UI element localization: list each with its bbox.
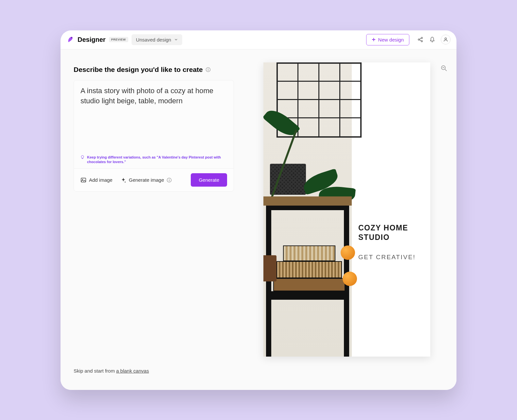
new-design-button[interactable]: New design: [366, 34, 409, 45]
image-icon: [80, 177, 86, 183]
sparkle-icon: [120, 177, 126, 183]
svg-rect-12: [169, 180, 169, 181]
svg-point-11: [169, 179, 169, 179]
document-name-dropdown[interactable]: Unsaved design: [132, 34, 183, 45]
bell-icon[interactable]: [429, 36, 436, 43]
prompt-textarea[interactable]: A insta story with photo of a cozy at ho…: [74, 80, 234, 152]
app-window: Designer PREVIEW Unsaved design New desi…: [61, 30, 456, 390]
preview-pane: COZY HOME STUDIO GET CREATIVE!: [244, 59, 456, 390]
section-heading: Describe the design you'd like to create: [74, 66, 234, 74]
generate-image-label: Generate image: [129, 177, 164, 183]
svg-point-0: [71, 37, 72, 38]
svg-rect-7: [208, 69, 208, 71]
generate-button[interactable]: Generate: [191, 173, 227, 187]
generate-image-button[interactable]: Generate image: [120, 177, 172, 183]
skip-prefix: Skip and start from: [74, 368, 116, 374]
header-icon-group: [417, 35, 451, 44]
share-icon[interactable]: [417, 36, 424, 43]
svg-point-4: [445, 38, 446, 40]
header-bar: Designer PREVIEW Unsaved design New desi…: [61, 30, 456, 49]
section-heading-text: Describe the design you'd like to create: [74, 66, 203, 74]
app-title: Designer: [78, 36, 106, 43]
canvas-photo: [263, 62, 352, 357]
main-area: Describe the design you'd like to create…: [61, 49, 456, 390]
hint-text: Keep trying different variations, such a…: [87, 155, 227, 165]
add-image-label: Add image: [89, 177, 113, 183]
svg-rect-8: [81, 178, 86, 182]
chevron-down-icon: [174, 38, 178, 41]
prompt-card: A insta story with photo of a cozy at ho…: [74, 80, 234, 192]
new-design-label: New design: [378, 37, 404, 42]
prompt-actions: Add image Generate image Generate: [74, 168, 234, 191]
zoom-out-icon[interactable]: [441, 65, 447, 72]
plus-icon: [372, 38, 376, 42]
canvas-subtitle: GET CREATIVE!: [358, 254, 424, 261]
preview-badge: PREVIEW: [109, 37, 128, 42]
svg-point-6: [208, 68, 208, 69]
design-canvas[interactable]: COZY HOME STUDIO GET CREATIVE!: [263, 62, 430, 357]
canvas-text-block: COZY HOME STUDIO GET CREATIVE!: [352, 128, 430, 357]
prompt-pane: Describe the design you'd like to create…: [61, 59, 244, 390]
lightbulb-icon: [80, 155, 84, 159]
document-name-label: Unsaved design: [136, 37, 171, 42]
info-icon[interactable]: [167, 177, 172, 183]
hint-row: Keep trying different variations, such a…: [74, 152, 234, 169]
person-icon: [443, 37, 448, 42]
info-icon[interactable]: [205, 67, 211, 72]
profile-button[interactable]: [441, 35, 451, 44]
blank-canvas-link[interactable]: a blank canvas: [116, 368, 149, 374]
add-image-button[interactable]: Add image: [80, 177, 113, 183]
canvas-title: COZY HOME STUDIO: [358, 223, 424, 242]
skip-row: Skip and start from a blank canvas: [74, 368, 234, 383]
app-logo-icon: [66, 36, 74, 43]
